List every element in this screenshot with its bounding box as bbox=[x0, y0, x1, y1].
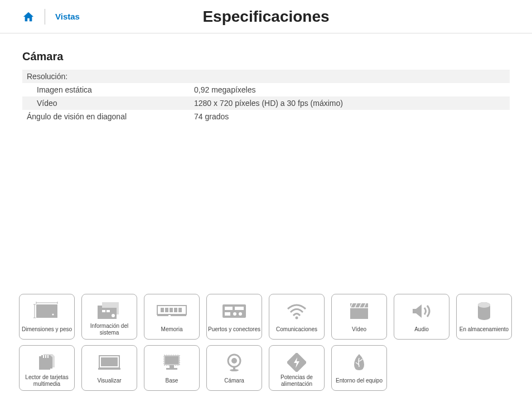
nav-card-audio[interactable]: Audio bbox=[394, 294, 449, 340]
nav-card-video[interactable]: Vídeo bbox=[331, 294, 387, 340]
svg-rect-0 bbox=[36, 304, 57, 318]
section-title: Cámara bbox=[22, 50, 510, 63]
svg-rect-15 bbox=[161, 308, 164, 312]
svg-rect-29 bbox=[350, 307, 368, 319]
svg-rect-19 bbox=[178, 308, 182, 312]
svg-point-52 bbox=[230, 369, 239, 371]
ports-icon bbox=[221, 299, 247, 323]
nav-card-memory[interactable]: Memoria bbox=[144, 294, 200, 340]
spec-table: Resolución:Imagen estática0,92 megapíxel… bbox=[22, 70, 510, 123]
svg-rect-38 bbox=[43, 355, 44, 358]
svg-point-28 bbox=[296, 317, 298, 319]
nav-label: Información del sistema bbox=[83, 323, 136, 336]
nav-label: Dimensiones y peso bbox=[22, 323, 72, 336]
dimensions-icon bbox=[33, 299, 61, 323]
spec-row: Resolución: bbox=[22, 70, 510, 83]
nav-card-base[interactable]: Base bbox=[144, 345, 200, 391]
memory-icon bbox=[156, 299, 187, 323]
svg-rect-23 bbox=[225, 307, 233, 310]
nav-label: Potencias de alimentación bbox=[270, 374, 323, 387]
nav-card-dimensions[interactable]: Dimensiones y peso bbox=[19, 294, 75, 340]
storage-icon bbox=[476, 299, 492, 323]
spec-row: Ángulo de visión en diagonal74 grados bbox=[22, 110, 510, 123]
nav-row-2: Lector de tarjetas multimediaVisualizarB… bbox=[19, 345, 513, 391]
spec-row: Imagen estática0,92 megapíxeles bbox=[22, 83, 510, 96]
svg-rect-42 bbox=[101, 357, 118, 366]
spec-label: Vídeo bbox=[27, 99, 194, 108]
nav-label: Base bbox=[166, 375, 178, 387]
header-separator bbox=[45, 9, 45, 25]
nav-label: Comunicaciones bbox=[276, 323, 317, 336]
svg-rect-18 bbox=[174, 308, 177, 312]
nav-label: Vídeo bbox=[352, 323, 366, 336]
camera-icon bbox=[224, 350, 244, 375]
nav-card-display[interactable]: Visualizar bbox=[81, 345, 137, 391]
svg-rect-39 bbox=[45, 355, 46, 358]
nav-label: Lector de tarjetas multimedia bbox=[21, 374, 73, 387]
svg-rect-17 bbox=[170, 308, 173, 312]
nav-card-sysinfo[interactable]: Información del sistema bbox=[81, 294, 137, 340]
nav-label: Cámara bbox=[224, 375, 244, 387]
svg-rect-24 bbox=[235, 307, 244, 310]
video-icon bbox=[348, 299, 370, 323]
svg-point-13 bbox=[112, 314, 115, 317]
nav-card-power[interactable]: Potencias de alimentación bbox=[269, 345, 325, 391]
audio-icon bbox=[410, 299, 433, 323]
nav-card-storage[interactable]: En almacenamiento bbox=[456, 294, 512, 340]
svg-rect-47 bbox=[170, 365, 174, 368]
spec-value: 0,92 megapíxeles bbox=[194, 85, 510, 94]
svg-rect-16 bbox=[165, 308, 168, 312]
base-icon bbox=[159, 350, 184, 375]
svg-rect-11 bbox=[102, 310, 105, 312]
svg-rect-21 bbox=[171, 314, 186, 316]
nav-label: Puertos y conectores bbox=[208, 323, 260, 336]
page-title: Especificaciones bbox=[202, 8, 329, 26]
display-icon bbox=[97, 350, 122, 375]
svg-rect-25 bbox=[225, 312, 230, 316]
nav-card-environment[interactable]: Entorno del equipo bbox=[331, 345, 387, 391]
cardreader-icon bbox=[36, 350, 58, 374]
power-icon bbox=[287, 350, 306, 374]
svg-point-27 bbox=[239, 312, 242, 316]
nav-label: En almacenamiento bbox=[460, 323, 509, 336]
spec-row: Vídeo1280 x 720 píxeles (HD) a 30 fps (m… bbox=[22, 96, 510, 110]
nav-row-1: Dimensiones y pesoInformación del sistem… bbox=[19, 294, 513, 340]
spec-label: Resolución: bbox=[27, 72, 194, 81]
svg-point-50 bbox=[231, 358, 237, 364]
spec-value: 74 grados bbox=[194, 112, 510, 121]
environment-icon bbox=[351, 350, 367, 375]
svg-rect-46 bbox=[165, 356, 178, 364]
nav-card-comm[interactable]: Comunicaciones bbox=[269, 294, 325, 340]
svg-rect-48 bbox=[166, 368, 177, 370]
svg-point-26 bbox=[233, 312, 236, 316]
nav-card-camera[interactable]: Cámara bbox=[206, 345, 262, 391]
home-icon[interactable] bbox=[22, 11, 35, 22]
sysinfo-icon bbox=[96, 299, 122, 323]
svg-point-37 bbox=[478, 302, 490, 308]
svg-rect-20 bbox=[157, 314, 168, 316]
nav-card-cardreader[interactable]: Lector de tarjetas multimedia bbox=[19, 345, 75, 391]
header: Vistas Especificaciones bbox=[0, 0, 532, 33]
nav-label: Audio bbox=[414, 323, 429, 336]
spec-label: Ángulo de visión en diagonal bbox=[27, 112, 194, 121]
nav-label: Entorno del equipo bbox=[336, 375, 383, 387]
svg-rect-22 bbox=[223, 304, 246, 318]
svg-rect-43 bbox=[98, 368, 120, 370]
svg-point-1 bbox=[52, 314, 54, 316]
spec-value: 1280 x 720 píxeles (HD) a 30 fps (máximo… bbox=[194, 99, 510, 108]
nav-card-ports[interactable]: Puertos y conectores bbox=[206, 294, 262, 340]
nav-label: Memoria bbox=[161, 323, 183, 336]
svg-rect-12 bbox=[107, 310, 110, 312]
vistas-link[interactable]: Vistas bbox=[55, 12, 80, 21]
bottom-nav: Dimensiones y pesoInformación del sistem… bbox=[0, 294, 532, 396]
nav-label: Visualizar bbox=[97, 375, 121, 387]
svg-rect-40 bbox=[47, 355, 49, 358]
comm-icon bbox=[286, 299, 308, 323]
spec-label: Imagen estática bbox=[27, 85, 194, 94]
svg-rect-10 bbox=[100, 308, 117, 319]
content: Cámara Resolución:Imagen estática0,92 me… bbox=[0, 33, 532, 123]
